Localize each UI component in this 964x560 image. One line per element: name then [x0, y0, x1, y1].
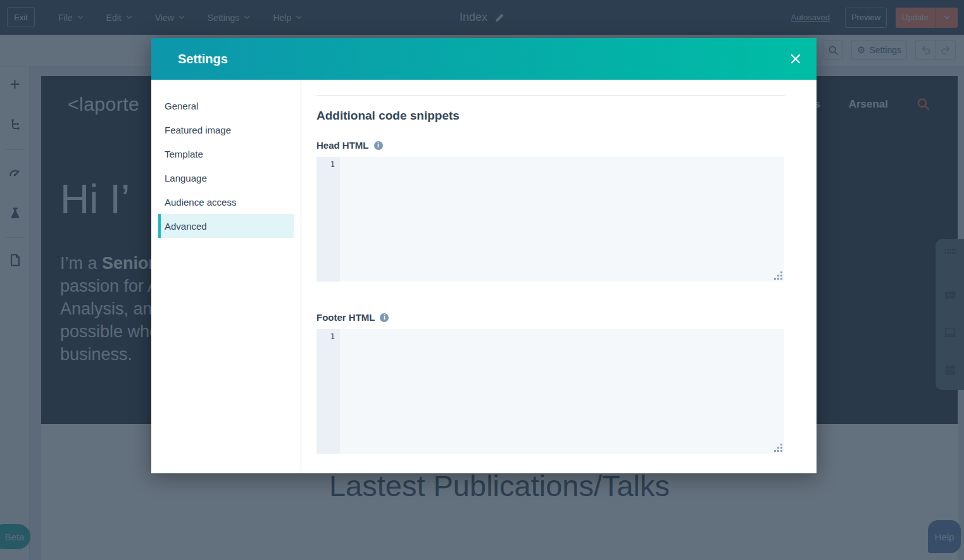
close-icon — [790, 53, 801, 65]
footer-html-label-row: Footer HTML i — [316, 312, 817, 323]
modal-nav-advanced[interactable]: Advanced — [158, 214, 294, 238]
head-html-editor: 1 — [316, 157, 784, 282]
modal-content: Additional code snippets Head HTML i 1 F… — [301, 80, 817, 473]
screen: Exit File Edit View Settings Help — [0, 0, 964, 560]
head-html-code-input[interactable] — [340, 157, 784, 282]
resize-grip[interactable] — [773, 270, 783, 280]
modal-header: Settings — [151, 38, 817, 80]
modal-nav-featured-image[interactable]: Featured image — [158, 118, 294, 142]
footer-html-label: Footer HTML — [316, 312, 375, 323]
section-divider — [316, 95, 785, 96]
modal-nav-language[interactable]: Language — [158, 166, 294, 190]
info-icon[interactable]: i — [374, 141, 383, 150]
modal-nav-template[interactable]: Template — [158, 142, 294, 166]
head-html-label-row: Head HTML i — [316, 140, 817, 151]
modal-nav-audience-access[interactable]: Audience access — [158, 190, 294, 214]
close-button[interactable] — [789, 52, 803, 66]
modal-title: Settings — [178, 52, 228, 66]
section-title: Additional code snippets — [316, 109, 817, 123]
info-icon[interactable]: i — [380, 313, 389, 322]
footer-html-code-input[interactable] — [340, 329, 784, 454]
line-number-gutter: 1 — [316, 157, 340, 282]
head-html-label: Head HTML — [316, 140, 369, 151]
footer-html-editor: 1 — [316, 329, 784, 454]
modal-nav-general[interactable]: General — [158, 94, 294, 118]
settings-modal: Settings General Featured image Template… — [151, 38, 817, 473]
line-number-gutter: 1 — [316, 329, 340, 454]
modal-nav: General Featured image Template Language… — [151, 80, 301, 473]
resize-grip[interactable] — [773, 442, 783, 452]
